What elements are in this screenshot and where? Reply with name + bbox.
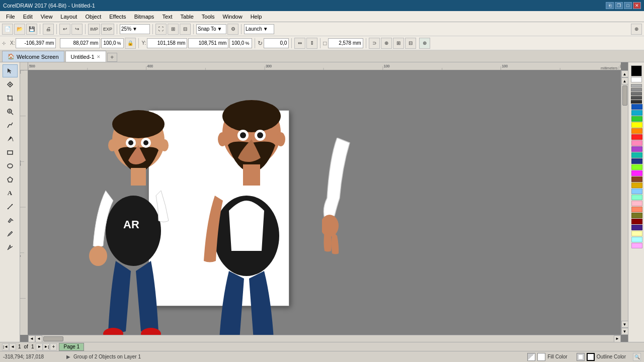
node-tool[interactable] bbox=[3, 78, 18, 91]
grid-button[interactable]: ⊞ bbox=[168, 24, 179, 35]
menu-item-view[interactable]: View bbox=[37, 13, 57, 21]
crop-tool[interactable] bbox=[3, 92, 18, 105]
color-gray3[interactable] bbox=[631, 92, 642, 96]
ellipse-tool[interactable] bbox=[3, 159, 18, 172]
tab-close-icon[interactable]: ✕ bbox=[97, 54, 101, 59]
color-gold1[interactable] bbox=[631, 183, 642, 188]
color-maroon1[interactable] bbox=[631, 219, 642, 224]
color-lime1[interactable] bbox=[631, 164, 642, 170]
menu-item-tools[interactable]: Tools bbox=[198, 13, 219, 21]
color-gray2[interactable] bbox=[631, 88, 642, 92]
w-pct-input[interactable]: 100,0 % bbox=[101, 38, 124, 48]
zoom-dropdown[interactable]: 25% ▼ bbox=[120, 24, 150, 34]
color-white[interactable] bbox=[631, 77, 642, 82]
scale-input[interactable] bbox=[328, 38, 363, 48]
select-tool[interactable] bbox=[3, 64, 18, 77]
menu-item-file[interactable]: File bbox=[2, 13, 19, 21]
close-button[interactable]: ✕ bbox=[633, 2, 641, 9]
page-nav-last[interactable]: ►| bbox=[43, 343, 50, 350]
tab-add-button[interactable]: + bbox=[107, 53, 117, 62]
color-gray5[interactable] bbox=[631, 100, 642, 104]
menu-item-object[interactable]: Object bbox=[81, 13, 105, 21]
color-cyan1[interactable] bbox=[631, 110, 642, 116]
menu-item-window[interactable]: Window bbox=[219, 13, 247, 21]
menu-item-help[interactable]: Help bbox=[247, 13, 266, 21]
pen-tool[interactable] bbox=[3, 132, 18, 145]
color-teal1[interactable] bbox=[631, 152, 642, 158]
group-button[interactable]: ⊞ bbox=[393, 38, 404, 49]
color-salmon1[interactable] bbox=[631, 207, 642, 212]
color-ltpink1[interactable] bbox=[631, 201, 642, 206]
w-input[interactable] bbox=[60, 38, 100, 48]
restore-button[interactable]: ❐ bbox=[615, 2, 623, 9]
color-ltblue1[interactable] bbox=[631, 189, 642, 194]
polygon-tool[interactable] bbox=[3, 173, 18, 186]
interactive-tool[interactable] bbox=[3, 241, 18, 254]
menu-item-layout[interactable]: Layout bbox=[56, 13, 81, 21]
page-nav-next[interactable]: ► bbox=[36, 343, 43, 350]
eyedropper-tool[interactable] bbox=[3, 227, 18, 240]
print-button[interactable]: 🖨 bbox=[43, 24, 54, 35]
color-gray1[interactable] bbox=[631, 84, 642, 87]
scroll-thumb-v[interactable] bbox=[622, 85, 627, 106]
menu-item-table[interactable]: Table bbox=[177, 13, 198, 21]
horizontal-scrollbar[interactable]: ◄ ◄ ► bbox=[28, 335, 621, 342]
scroll-down-button[interactable]: ▼ bbox=[621, 328, 628, 335]
snap-settings-button[interactable]: ⚙ bbox=[227, 24, 238, 35]
color-magenta1[interactable] bbox=[631, 170, 642, 176]
scroll-left-button[interactable]: ◄ bbox=[28, 335, 35, 342]
color-orange1[interactable] bbox=[631, 128, 642, 134]
undo-button[interactable]: ↩ bbox=[59, 24, 70, 35]
page-nav-first[interactable]: |◄ bbox=[2, 343, 9, 350]
h-input[interactable] bbox=[188, 38, 228, 48]
zoom-tool[interactable] bbox=[3, 105, 18, 118]
color-brown1[interactable] bbox=[631, 176, 642, 182]
contour-button[interactable]: ⊃ bbox=[369, 38, 380, 49]
export-button[interactable]: EXP bbox=[101, 24, 114, 35]
import-button[interactable]: IMP bbox=[88, 24, 100, 35]
menu-item-edit[interactable]: Edit bbox=[19, 13, 37, 21]
zoom-status-button[interactable]: 🔍 bbox=[633, 353, 641, 361]
angle-input[interactable] bbox=[264, 38, 289, 48]
page-nav-prev[interactable]: ◄ bbox=[9, 343, 16, 350]
outline-color-area[interactable]: Outline Color bbox=[577, 353, 626, 361]
launch-dropdown[interactable]: Launch ▼ bbox=[244, 24, 274, 34]
color-blue1[interactable] bbox=[631, 104, 642, 110]
full-screen-button[interactable]: ⛶ bbox=[155, 24, 167, 35]
fill-tool[interactable] bbox=[3, 214, 18, 227]
color-ltyellow1[interactable] bbox=[631, 231, 642, 236]
tab-welcome[interactable]: 🏠 Welcome Screen bbox=[2, 51, 64, 62]
color-green1[interactable] bbox=[631, 116, 642, 122]
scroll-thumb-h[interactable] bbox=[43, 336, 63, 341]
snap-dropdown[interactable]: Snap To ▼ bbox=[196, 24, 226, 34]
weld-button[interactable]: ⊕ bbox=[381, 38, 392, 49]
menu-item-effects[interactable]: Effects bbox=[105, 13, 130, 21]
color-gray4[interactable] bbox=[631, 96, 642, 100]
color-pink1[interactable] bbox=[631, 140, 642, 146]
color-indigo1[interactable] bbox=[631, 225, 642, 230]
color-ltcyan1[interactable] bbox=[631, 237, 642, 242]
mirror-h-button[interactable]: ⇔ bbox=[294, 38, 305, 49]
rect-tool[interactable] bbox=[3, 146, 18, 159]
color-black[interactable] bbox=[631, 65, 642, 76]
scroll-left-button2[interactable]: ◄ bbox=[35, 335, 42, 342]
lock-ratio-button[interactable]: 🔒 bbox=[125, 38, 136, 49]
color-ltmagenta1[interactable] bbox=[631, 243, 642, 248]
color-purple1[interactable] bbox=[631, 146, 642, 152]
fill-color-area[interactable]: Fill Color bbox=[527, 353, 567, 361]
freehand-tool[interactable] bbox=[3, 119, 18, 132]
color-yellow1[interactable] bbox=[631, 122, 642, 128]
scroll-up-button[interactable]: ▲ bbox=[621, 70, 628, 77]
add-node-button[interactable]: ⊕ bbox=[419, 38, 430, 49]
fill-color-swatch[interactable] bbox=[537, 353, 545, 361]
color-red1[interactable] bbox=[631, 134, 642, 140]
scroll-right-button[interactable]: ► bbox=[614, 335, 621, 342]
color-olive1[interactable] bbox=[631, 213, 642, 218]
add-page-button[interactable]: + bbox=[50, 343, 57, 350]
ungroup-button[interactable]: ⊟ bbox=[405, 38, 416, 49]
mirror-v-button[interactable]: ⇕ bbox=[306, 38, 317, 49]
scroll-down-button2[interactable]: ▼ bbox=[621, 321, 628, 328]
vertical-scrollbar[interactable]: ▲ ▲ ▼ ▼ bbox=[621, 70, 628, 335]
add-button[interactable]: ⊕ bbox=[631, 24, 642, 35]
tab-untitled1[interactable]: Untitled-1 ✕ bbox=[65, 51, 106, 62]
